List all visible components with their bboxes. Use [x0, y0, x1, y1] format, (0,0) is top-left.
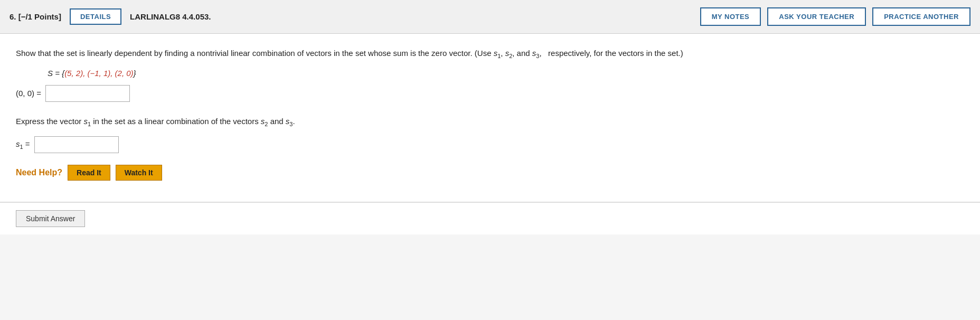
practice-another-button[interactable]: PRACTICE ANOTHER	[872, 7, 970, 26]
zero-vector-row: (0, 0) =	[16, 85, 964, 102]
need-help-row: Need Help? Read It Watch It	[16, 165, 964, 181]
header-bar: 6. [−/1 Points] DETAILS LARLINALG8 4.4.0…	[0, 0, 980, 34]
sub-instruction: Express the vector s1 in the set as a li…	[16, 115, 964, 129]
watch-it-button[interactable]: Watch It	[116, 165, 162, 181]
need-help-label: Need Help?	[16, 168, 62, 177]
set-formula: S = {(5, 2), (−1, 1), (2, 0)}	[48, 69, 964, 78]
problem-label: 6. [−/1 Points]	[10, 12, 61, 21]
read-it-button[interactable]: Read It	[68, 165, 110, 181]
submit-button[interactable]: Submit Answer	[16, 210, 85, 227]
problem-id: LARLINALG8 4.4.053.	[130, 12, 692, 21]
header-actions: MY NOTES ASK YOUR TEACHER PRACTICE ANOTH…	[700, 7, 970, 26]
s1-row: s1 =	[16, 136, 964, 153]
submit-row: Submit Answer	[0, 202, 980, 234]
my-notes-button[interactable]: MY NOTES	[700, 7, 761, 26]
details-button[interactable]: DETAILS	[70, 8, 121, 25]
problem-instruction: Show that the set is linearly dependent …	[16, 46, 964, 61]
main-content: Show that the set is linearly dependent …	[0, 34, 980, 202]
zero-vector-input[interactable]	[45, 85, 130, 102]
s1-label: s1 =	[16, 139, 30, 150]
zero-vector-label: (0, 0) =	[16, 89, 41, 98]
ask-teacher-button[interactable]: ASK YOUR TEACHER	[767, 7, 866, 26]
s1-input[interactable]	[34, 136, 119, 153]
